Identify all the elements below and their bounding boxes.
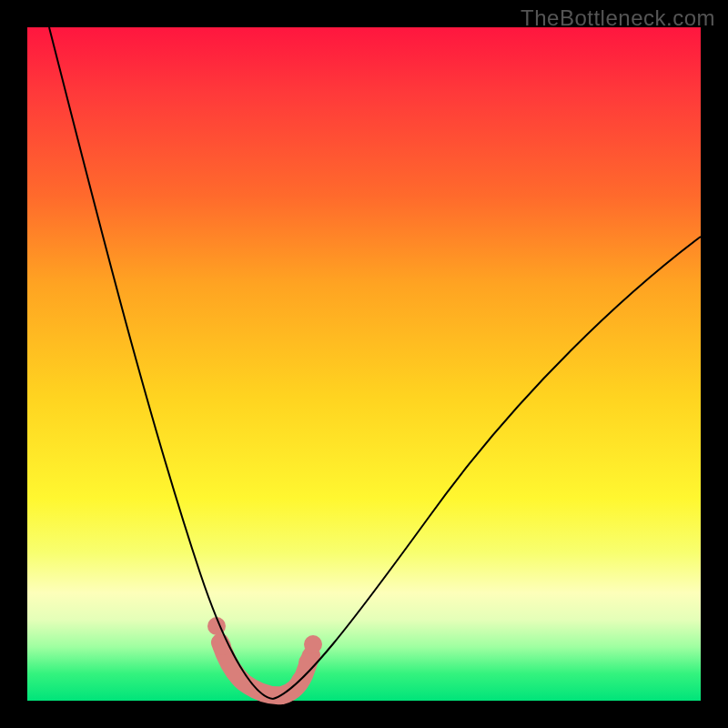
band-marker-dot <box>304 635 322 653</box>
chart-container: TheBottleneck.com <box>0 0 728 728</box>
band-marker-dot <box>298 653 317 672</box>
right-curve <box>273 237 701 699</box>
watermark-text: TheBottleneck.com <box>521 5 715 31</box>
left-curve <box>49 27 273 699</box>
curve-overlay <box>27 27 701 701</box>
